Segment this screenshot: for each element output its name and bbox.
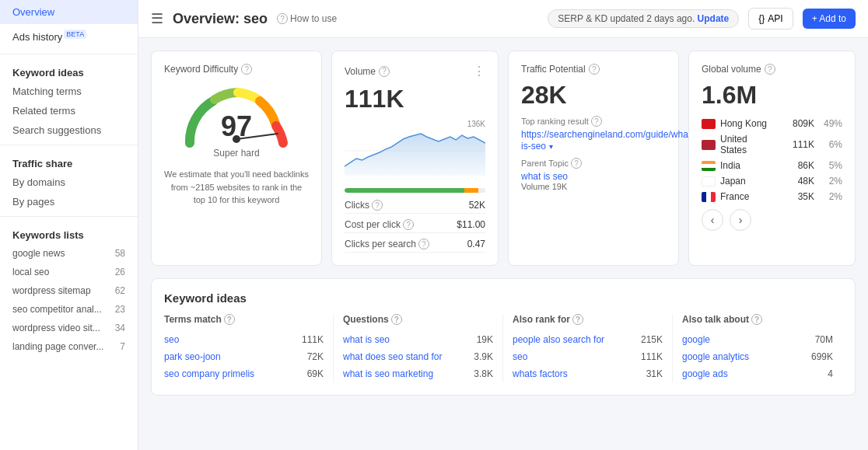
sidebar-keyword-item[interactable]: google news58 [0, 244, 138, 263]
cps-value: 0.47 [467, 239, 485, 249]
add-label: + Add to [812, 13, 846, 24]
flag-us-icon [702, 140, 716, 150]
sidebar-keyword-item[interactable]: seo competitor anal...23 [0, 300, 138, 319]
ki-term-link[interactable]: what is seo marketing [343, 368, 433, 379]
tp-parent-link[interactable]: what is seo [521, 171, 568, 182]
also-rank-help[interactable]: ? [572, 314, 583, 325]
sidebar-traffic-share-section: Traffic share [0, 150, 138, 173]
ki-terms-match-header: Terms match ? [164, 314, 324, 325]
gv-prev-button[interactable]: ‹ [702, 209, 723, 231]
cpc-label: Cost per click ? [345, 219, 414, 230]
scrollable-content: Keyword Difficulty ? [138, 38, 868, 450]
ki-term-link[interactable]: seo company primelis [164, 368, 254, 379]
ki-term-link[interactable]: seo [164, 334, 179, 345]
volume-help-icon[interactable]: ? [379, 66, 390, 77]
gv-next-button[interactable]: › [730, 209, 751, 231]
sidebar-item-overview[interactable]: Overview [0, 0, 138, 24]
gv-title-label: Global volume [702, 64, 761, 75]
sidebar-keyword-item[interactable]: wordpress sitemap62 [0, 281, 138, 300]
gv-country-row: United States 111K 6% [702, 131, 842, 158]
cpc-help-icon[interactable]: ? [403, 219, 414, 230]
clicks-label: Clicks ? [345, 200, 383, 211]
sidebar-divider-1 [0, 54, 138, 54]
ki-row: people also search for215K [513, 331, 663, 348]
gv-country-row: Japan 48K 2% [702, 173, 842, 189]
add-to-button[interactable]: + Add to [803, 9, 856, 29]
tp-help-icon[interactable]: ? [589, 64, 600, 75]
ki-also-talk-header: Also talk about ? [682, 314, 833, 325]
sidebar-item-matching-terms[interactable]: Matching terms [0, 82, 138, 101]
ki-term-link[interactable]: park seo-joon [164, 351, 221, 362]
question-icon: ? [277, 13, 288, 24]
cps-help-icon[interactable]: ? [418, 239, 429, 249]
clicks-row: Clicks ? 52K [345, 197, 485, 214]
ki-term-link[interactable]: what does seo stand for [343, 351, 442, 362]
clicks-value: 52K [469, 200, 485, 211]
sidebar-keyword-item[interactable]: landing page conver...7 [0, 337, 138, 356]
tp-parent-topic: Parent Topic ? what is seo Volume 19K [521, 158, 666, 191]
tp-top-ranking-help[interactable]: ? [591, 116, 602, 127]
volume-card: Volume ? ⋮ 111K 136K [331, 51, 499, 266]
ki-row: seo111K [164, 331, 324, 348]
sidebar-keyword-item[interactable]: wordpress video sit...34 [0, 319, 138, 337]
terms-match-help[interactable]: ? [224, 314, 235, 325]
ki-row: seo111K [513, 348, 663, 365]
sidebar-item-by-pages[interactable]: By pages [0, 192, 138, 211]
ki-term-link[interactable]: google [682, 334, 710, 345]
volume-more-menu[interactable]: ⋮ [473, 64, 485, 78]
volume-progress [345, 188, 485, 193]
cps-label: Clicks per search ? [345, 239, 429, 249]
ki-row: park seo-joon72K [164, 348, 324, 365]
sidebar-keyword-item[interactable]: local seo26 [0, 263, 138, 281]
ki-term-link[interactable]: google ads [682, 368, 728, 379]
kd-gauge: 97 Super hard [164, 81, 309, 159]
ki-row: google ads4 [682, 365, 833, 382]
ki-term-link[interactable]: google analytics [682, 351, 749, 362]
tp-parent-help[interactable]: ? [571, 158, 582, 169]
kd-description: We estimate that you'll need backlinks f… [164, 168, 309, 207]
sidebar-item-related-terms[interactable]: Related terms [0, 101, 138, 120]
ki-section-title: Keyword ideas [164, 291, 842, 305]
gv-country-row: India 86K 5% [702, 158, 842, 173]
chart-max-label: 136K [467, 120, 485, 128]
gv-card: Global volume ? 1.6M Hong Kong 809K 49% … [688, 51, 856, 266]
gv-countries: Hong Kong 809K 49% United States 111K 6%… [702, 116, 842, 204]
status-text: SERP & KD updated 2 days ago. [558, 13, 695, 24]
update-link[interactable]: Update [698, 13, 730, 24]
sidebar-overview-label: Overview [12, 6, 54, 18]
ki-term-link[interactable]: people also search for [513, 334, 604, 345]
sidebar-item-search-suggestions[interactable]: Search suggestions [0, 120, 138, 140]
progress-bar [345, 188, 485, 193]
ki-term-link[interactable]: whats factors [513, 368, 568, 379]
volume-value: 111K [345, 85, 485, 113]
api-button[interactable]: {} API [748, 8, 793, 30]
ki-term-link[interactable]: seo [513, 351, 527, 362]
ki-row: what is seo19K [343, 331, 493, 348]
tp-title-label: Traffic Potential [521, 64, 586, 75]
also-talk-help[interactable]: ? [751, 314, 762, 325]
kd-value: 97 [221, 110, 252, 143]
ki-term-link[interactable]: what is seo [343, 334, 390, 345]
ki-row: what is seo marketing3.8K [343, 365, 493, 382]
sidebar-item-by-domains[interactable]: By domains [0, 173, 138, 192]
ki-row: google70M [682, 331, 833, 348]
sidebar-item-ads-history[interactable]: Ads historyBETA [0, 24, 138, 49]
volume-chart-svg [345, 120, 485, 176]
volume-title-label: Volume [345, 66, 376, 77]
hamburger-icon[interactable]: ☰ [151, 10, 163, 27]
gv-help-icon[interactable]: ? [765, 64, 775, 75]
tp-dropdown-arrow[interactable]: ▾ [549, 142, 553, 151]
ki-row: google analytics699K [682, 348, 833, 365]
flag-jp-icon [702, 176, 716, 187]
also-rank-list: people also search for215Kseo111Kwhats f… [513, 331, 663, 382]
terms-match-list: seo111Kpark seo-joon72Kseo company prime… [164, 331, 324, 382]
gv-navigation: ‹ › [702, 209, 842, 231]
how-to-use-link[interactable]: ? How to use [277, 13, 337, 24]
kd-help-icon[interactable]: ? [241, 64, 252, 75]
clicks-help-icon[interactable]: ? [372, 200, 383, 211]
tp-url-link[interactable]: https://searchengineland.com/guide/what-… [521, 129, 694, 152]
ki-also-rank-header: Also rank for ? [513, 314, 663, 325]
flag-hk-icon [702, 119, 716, 129]
questions-help[interactable]: ? [391, 314, 402, 325]
how-to-use-label: How to use [290, 13, 337, 24]
